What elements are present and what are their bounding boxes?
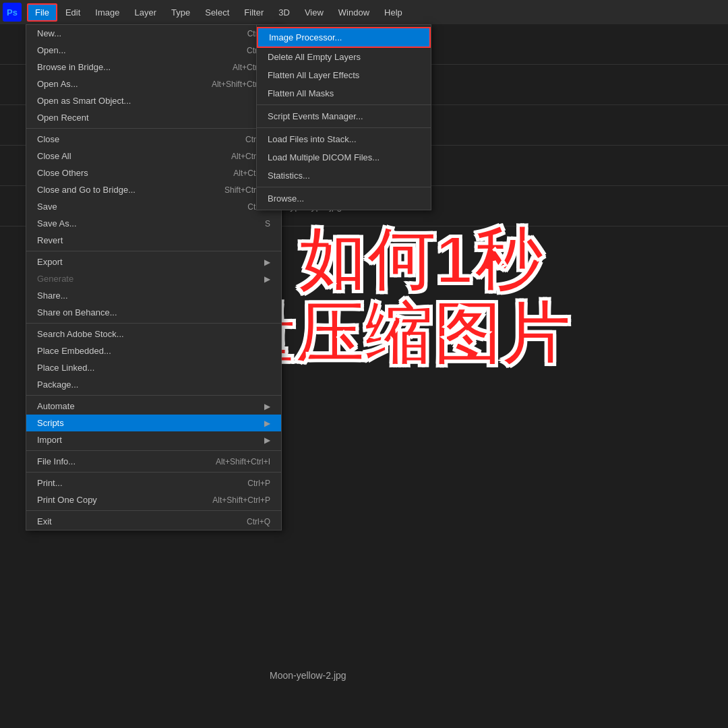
menu-open[interactable]: Open... Ctrl+O — [26, 42, 281, 59]
menu-item-type[interactable]: Type — [164, 5, 197, 20]
menu-file-info[interactable]: File Info... Alt+Shift+Ctrl+I — [26, 453, 281, 470]
menu-items: File Edit Image Layer Type Select Filter… — [27, 3, 409, 22]
menu-export[interactable]: Export ▶ — [26, 253, 281, 270]
separator — [26, 395, 281, 396]
submenu-flatten-all-masks[interactable]: Flatten All Masks — [257, 84, 431, 102]
menu-item-select[interactable]: Select — [198, 5, 236, 20]
ps-logo: Ps — [3, 3, 22, 22]
separator — [26, 472, 281, 473]
menu-item-view[interactable]: View — [298, 5, 330, 20]
menu-item-3d[interactable]: 3D — [272, 5, 297, 20]
menu-item-filter[interactable]: Filter — [237, 5, 270, 20]
menu-revert[interactable]: Revert — [26, 232, 281, 249]
separator — [257, 104, 431, 105]
menu-place-embedded[interactable]: Place Embedded... — [26, 342, 281, 359]
separator — [257, 127, 431, 128]
separator — [26, 323, 281, 324]
menu-open-recent[interactable]: Open Recent ▶ — [26, 109, 281, 126]
file-dropdown: New... Ctrl+N Open... Ctrl+O Browse in B… — [26, 24, 282, 530]
menu-import[interactable]: Import ▶ — [26, 431, 281, 448]
submenu-script-events[interactable]: Script Events Manager... — [257, 107, 431, 125]
menu-place-linked[interactable]: Place Linked... — [26, 359, 281, 376]
menu-new[interactable]: New... Ctrl+N — [26, 25, 281, 42]
menu-scripts[interactable]: Scripts ▶ — [26, 415, 281, 431]
submenu-delete-empty-layers[interactable]: Delete All Empty Layers — [257, 48, 431, 66]
separator — [26, 450, 281, 451]
separator — [257, 187, 431, 187]
submenu-statistics[interactable]: Statistics... — [257, 166, 431, 185]
menu-open-smart[interactable]: Open as Smart Object... — [26, 92, 281, 109]
menu-item-file[interactable]: File — [27, 3, 57, 22]
submenu-load-files[interactable]: Load Files into Stack... — [257, 130, 431, 148]
menu-share[interactable]: Share... — [26, 287, 281, 304]
menu-item-layer[interactable]: Layer — [128, 5, 164, 20]
menu-close-bridge[interactable]: Close and Go to Bridge... Shift+Ctrl+W — [26, 181, 281, 198]
menu-bar: Ps File Edit Image Layer Type Select Fil… — [0, 0, 728, 24]
menu-print-one-copy[interactable]: Print One Copy Alt+Shift+Ctrl+P — [26, 491, 281, 508]
menu-package[interactable]: Package... — [26, 376, 281, 393]
menu-close-all[interactable]: Close All Alt+Ctrl+W — [26, 148, 281, 164]
submenu-image-processor[interactable]: Image Processor... — [257, 27, 431, 48]
submenu-load-dicom[interactable]: Load Multiple DICOM Files... — [257, 148, 431, 166]
menu-save[interactable]: Save Ctrl+S — [26, 198, 281, 215]
menu-browse-bridge[interactable]: Browse in Bridge... Alt+Ctrl+O — [26, 59, 281, 75]
menu-save-as[interactable]: Save As... S — [26, 215, 281, 232]
bottom-filename: Moon-yellow-2.jpg — [270, 670, 346, 681]
menu-automate[interactable]: Automate ▶ — [26, 398, 281, 415]
separator — [26, 510, 281, 511]
menu-search-stock[interactable]: Search Adobe Stock... — [26, 326, 281, 342]
menu-close[interactable]: Close Ctrl+W — [26, 131, 281, 148]
menu-item-edit[interactable]: Edit — [59, 5, 87, 20]
menu-generate[interactable]: Generate ▶ — [26, 270, 281, 287]
menu-open-as[interactable]: Open As... Alt+Shift+Ctrl+O — [26, 75, 281, 92]
menu-item-help[interactable]: Help — [377, 5, 409, 20]
separator — [26, 251, 281, 251]
menu-share-behance[interactable]: Share on Behance... — [26, 304, 281, 321]
submenu-browse[interactable]: Browse... — [257, 189, 431, 208]
menu-exit[interactable]: Exit Ctrl+Q — [26, 513, 281, 530]
separator — [26, 128, 281, 129]
submenu-flatten-layer-effects[interactable]: Flatten All Layer Effects — [257, 66, 431, 84]
menu-item-image[interactable]: Image — [88, 5, 126, 20]
menu-item-window[interactable]: Window — [332, 5, 376, 20]
scripts-submenu: Image Processor... Delete All Empty Laye… — [256, 24, 431, 210]
menu-print[interactable]: Print... Ctrl+P — [26, 475, 281, 491]
menu-close-others[interactable]: Close Others Alt+Ctrl+P — [26, 164, 281, 181]
